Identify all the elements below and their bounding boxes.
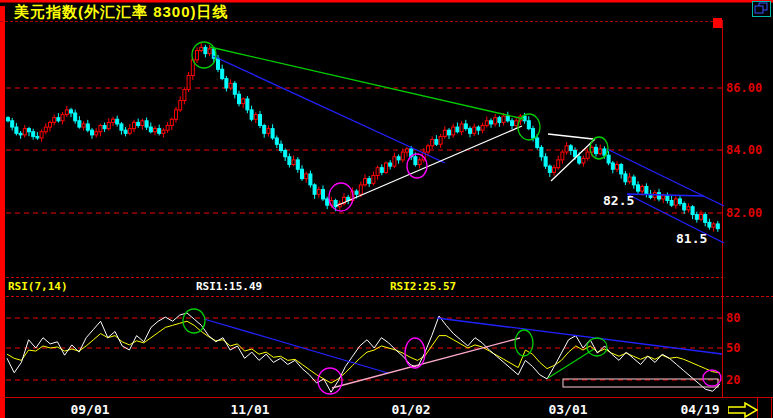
candle-up	[376, 168, 379, 176]
candle-down	[511, 121, 514, 126]
candle-up	[473, 127, 476, 133]
candle-down	[7, 118, 10, 121]
candle-down	[574, 151, 577, 157]
candle-down	[19, 133, 22, 135]
rsi1-value-label: RSI1:15.49	[196, 280, 262, 293]
candle-up	[107, 122, 110, 128]
candle-down	[116, 119, 119, 124]
candle-down	[456, 127, 459, 132]
date-label-4: 03/01	[546, 402, 590, 417]
candle-down	[532, 129, 535, 138]
candle-up	[53, 118, 56, 123]
candle-up	[44, 127, 47, 132]
date-label-1: 09/01	[68, 402, 112, 417]
candle-down	[28, 129, 31, 132]
candle-up	[292, 160, 295, 165]
candle-up	[99, 126, 102, 132]
candle-up	[141, 121, 144, 126]
candle-up	[23, 129, 26, 135]
candle-down	[691, 207, 694, 215]
candle-up	[208, 49, 211, 54]
candle-up	[599, 149, 602, 154]
candle-down	[15, 127, 18, 133]
candle-up	[385, 163, 388, 172]
price-label-86: 86.00	[726, 81, 762, 95]
candle-down	[204, 47, 207, 53]
white-ascending-trendline	[336, 126, 522, 206]
candle-down	[435, 140, 438, 145]
rsi-label-80: 80	[726, 311, 740, 325]
candle-down	[578, 157, 581, 163]
candle-up	[166, 126, 169, 131]
candle-down	[57, 118, 60, 121]
candle-up	[561, 152, 564, 160]
candle-up	[187, 76, 190, 90]
candle-up	[431, 140, 434, 146]
candle-down	[414, 157, 417, 165]
candle-down	[250, 110, 253, 119]
candle-down	[544, 157, 547, 166]
rsi-label-50: 50	[726, 341, 740, 355]
rsi-label-20: 20	[726, 373, 740, 387]
price-label-82: 82.00	[726, 206, 762, 220]
price-label-84: 84.00	[726, 143, 762, 157]
candle-down	[233, 83, 236, 94]
candle-down	[78, 121, 81, 127]
candle-up	[418, 160, 421, 165]
candle-up	[170, 119, 173, 125]
candle-up	[582, 158, 585, 163]
candle-down	[716, 224, 719, 229]
candle-up	[254, 115, 257, 120]
date-label-5: 04/19	[678, 402, 722, 417]
candle-down	[368, 179, 371, 184]
candle-up	[494, 118, 497, 124]
candle-down	[74, 113, 77, 121]
candle-down	[313, 185, 316, 194]
candle-up	[49, 122, 52, 127]
candle-up	[393, 157, 396, 166]
candle-up	[515, 121, 518, 126]
candle-down	[11, 121, 14, 127]
candle-down	[309, 174, 312, 185]
candle-down	[658, 193, 661, 199]
candle-up	[616, 165, 619, 170]
candle-down	[149, 127, 152, 132]
candle-down	[103, 126, 106, 129]
candle-up	[700, 215, 703, 220]
candle-down	[540, 147, 543, 156]
candle-down	[301, 169, 304, 178]
candle-up	[133, 122, 136, 128]
candle-down	[145, 121, 148, 127]
rsi-low-circle-2	[405, 338, 425, 368]
candle-up	[712, 224, 715, 227]
candle-up	[553, 168, 556, 173]
candle-down	[666, 196, 669, 201]
candle-down	[569, 146, 572, 151]
restore-window-icon[interactable]	[752, 1, 771, 17]
candle-down	[280, 144, 283, 150]
rsi-end-circle	[703, 370, 721, 386]
chart-title: 美元指数(外汇汇率 8300)日线	[14, 3, 229, 22]
candle-down	[389, 163, 392, 166]
candle-up	[364, 179, 367, 185]
candle-down	[469, 129, 472, 134]
candle-down	[32, 132, 35, 137]
level-label-81-5: 81.5	[676, 231, 707, 246]
candle-down	[137, 122, 140, 125]
candle-down	[620, 165, 623, 174]
rsi-circle-3	[515, 330, 533, 356]
left-border-bar	[0, 6, 5, 418]
green-descending-trendline	[210, 47, 524, 119]
candle-down	[288, 157, 291, 165]
pennant-upper-line	[548, 134, 593, 139]
candle-down	[624, 174, 627, 182]
candle-down	[607, 155, 610, 163]
rsi-indicator-label: RSI(7,14)	[8, 280, 68, 293]
scroll-right-arrow-icon[interactable]	[728, 402, 758, 418]
level-label-82-5: 82.5	[603, 193, 634, 208]
candle-up	[687, 207, 690, 210]
candle-up	[460, 124, 463, 132]
candle-down	[259, 115, 262, 126]
axis-top-marker	[713, 18, 722, 28]
chart-canvas[interactable]	[0, 0, 773, 418]
